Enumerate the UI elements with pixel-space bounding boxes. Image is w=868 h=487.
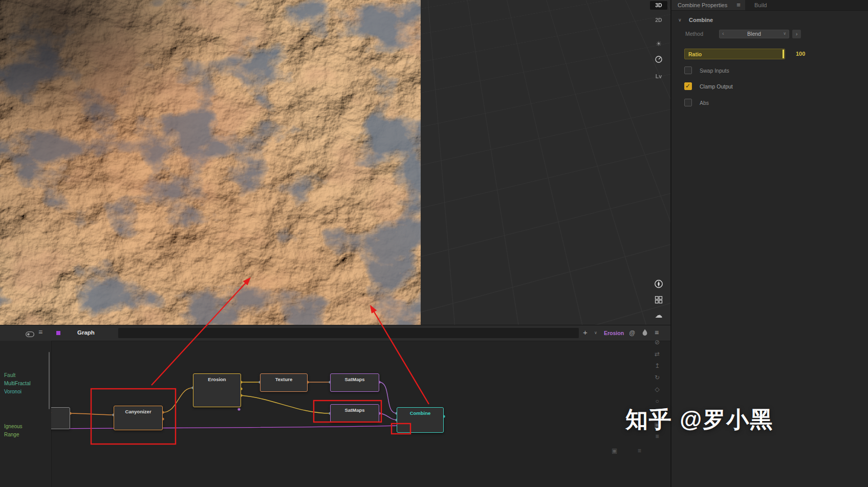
mention-icon[interactable]: @ bbox=[629, 329, 635, 337]
ratio-row: Ratio 100 bbox=[671, 49, 868, 59]
clamp-output-label: Clamp Output bbox=[700, 83, 733, 90]
abs-label: Abs bbox=[700, 100, 709, 106]
toolbox-item-multifractal[interactable]: MultiFractal bbox=[4, 381, 31, 386]
lv-button[interactable]: Lv bbox=[648, 72, 669, 81]
sun-light-icon[interactable]: ☀ bbox=[648, 40, 669, 48]
build-flame-icon[interactable] bbox=[642, 329, 648, 339]
toolbox-scrollbar[interactable] bbox=[49, 352, 50, 409]
selected-node-breadcrumb[interactable]: Erosion bbox=[604, 330, 624, 336]
toolbox-item-fault[interactable]: Fault bbox=[4, 372, 15, 378]
compass-icon[interactable] bbox=[648, 279, 669, 289]
circle-icon[interactable]: ○ bbox=[651, 397, 663, 405]
view-2d-button[interactable]: 2D bbox=[648, 16, 669, 25]
method-value: Blend bbox=[720, 31, 789, 37]
check-icon: ✓ bbox=[685, 82, 690, 90]
cloud-icon[interactable]: ☁ bbox=[648, 311, 669, 320]
shape-icon[interactable]: ◇ bbox=[651, 386, 663, 393]
add-node-icon[interactable]: + bbox=[583, 328, 588, 337]
refresh-icon[interactable]: ↻ bbox=[651, 374, 663, 382]
graph-node-erosion[interactable]: Erosion bbox=[193, 373, 241, 407]
node-label: SatMaps bbox=[344, 407, 364, 413]
node-label: SatMaps bbox=[344, 377, 364, 382]
chevron-down-icon[interactable]: ∨ bbox=[594, 330, 597, 335]
toolbox-item-voronoi[interactable]: Voronoi bbox=[4, 389, 21, 394]
graph-corner-icons[interactable]: ▣ ≡ bbox=[612, 447, 650, 454]
terrain-3d-viewport[interactable] bbox=[0, 0, 421, 325]
graph-canvas[interactable]: Shatter Canyonizer Erosion Texture SatMa… bbox=[51, 341, 670, 487]
swap-inputs-label: Swap Inputs bbox=[700, 68, 729, 74]
graph-node-satmaps-2[interactable]: SatMaps bbox=[330, 404, 379, 423]
active-node-color-swatch bbox=[56, 331, 60, 335]
node-label: Texture bbox=[275, 377, 293, 382]
graph-node-combine[interactable]: Combine bbox=[397, 407, 444, 433]
viewport-toolbar: 3D 2D ☀ Lv ☁ bbox=[648, 0, 669, 325]
toolbox-item-igneous[interactable]: Igneous bbox=[4, 424, 23, 429]
clamp-output-checkbox[interactable]: ✓ bbox=[684, 82, 692, 90]
swap-inputs-checkbox-row: ✓ Swap Inputs bbox=[671, 67, 868, 75]
graph-panel-menu-icon[interactable]: ≡ bbox=[38, 328, 42, 336]
panel-toggle-icon[interactable] bbox=[26, 330, 34, 339]
method-row: Method ‹ Blend ∨ › bbox=[671, 30, 868, 39]
swap-icon[interactable]: ⇄ bbox=[651, 350, 663, 358]
abs-checkbox[interactable]: ✓ bbox=[684, 99, 692, 106]
node-toolbox: Fault MultiFractal Voronoi Igneous Range bbox=[0, 341, 52, 487]
chevron-down-icon: ∨ bbox=[678, 17, 682, 23]
graph-menu-icon[interactable]: ≡ bbox=[655, 328, 659, 337]
graph-tab-strip[interactable] bbox=[118, 328, 579, 338]
perspective-grid bbox=[421, 0, 670, 325]
ratio-slider-handle[interactable] bbox=[783, 50, 784, 58]
node-label: Erosion bbox=[208, 377, 226, 382]
graph-node-satmaps-1[interactable]: SatMaps bbox=[330, 373, 379, 392]
toolbox-item-range[interactable]: Range bbox=[4, 432, 19, 437]
graph-node-shatter[interactable]: Shatter bbox=[51, 407, 70, 429]
method-next-button[interactable]: › bbox=[792, 30, 801, 38]
graph-node-canyonizer[interactable]: Canyonizer bbox=[114, 406, 163, 430]
viewport-grid-area[interactable] bbox=[421, 0, 670, 325]
method-label: Method bbox=[685, 31, 703, 37]
node-label: Combine bbox=[410, 410, 431, 416]
graph-node-texture[interactable]: Texture bbox=[260, 373, 308, 392]
gauge-icon[interactable] bbox=[648, 55, 669, 63]
graph-panel: ≡ Graph + ∨ Erosion @ ≡ Fault MultiFract… bbox=[0, 325, 670, 487]
gaea-app: 3D 2D ☀ Lv ☁ Combine Properties ≡ Build … bbox=[0, 0, 868, 487]
layout-grid-icon[interactable] bbox=[648, 296, 669, 304]
chevron-down-icon: ∨ bbox=[783, 31, 786, 36]
combine-section-header[interactable]: ∨ Combine bbox=[671, 17, 868, 26]
node-label: Canyonizer bbox=[125, 409, 151, 414]
disconnect-icon[interactable]: ⊘ bbox=[651, 339, 663, 346]
method-dropdown[interactable]: ‹ Blend ∨ bbox=[719, 30, 789, 38]
view-3d-button[interactable]: 3D bbox=[650, 1, 667, 10]
abs-checkbox-row: ✓ Abs bbox=[671, 99, 868, 107]
ratio-slider[interactable]: Ratio bbox=[684, 49, 785, 59]
graph-header: ≡ Graph + ∨ Erosion @ ≡ bbox=[0, 325, 670, 341]
section-title: Combine bbox=[689, 17, 713, 23]
graph-panel-title: Graph bbox=[77, 329, 95, 336]
terrain-render bbox=[0, 0, 421, 325]
swap-inputs-checkbox[interactable]: ✓ bbox=[684, 67, 692, 74]
properties-menu-icon[interactable]: ≡ bbox=[732, 0, 745, 10]
ratio-label: Ratio bbox=[688, 51, 702, 57]
properties-header: Combine Properties ≡ Build bbox=[671, 0, 868, 11]
ratio-value[interactable]: 100 bbox=[796, 51, 805, 57]
tab-build[interactable]: Build bbox=[749, 0, 772, 10]
watermark: 知乎 @罗小黑 bbox=[625, 405, 773, 435]
export-icon[interactable]: ↥ bbox=[651, 362, 663, 370]
clamp-output-checkbox-row: ✓ Clamp Output bbox=[671, 82, 868, 91]
